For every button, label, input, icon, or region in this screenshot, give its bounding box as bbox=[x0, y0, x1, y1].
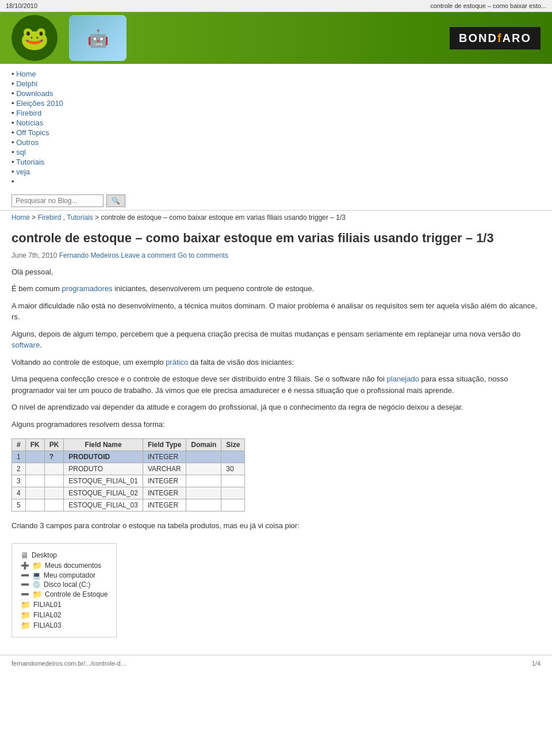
nav-link-outros[interactable]: Outros bbox=[16, 138, 39, 147]
main-content: controle de estoque – como baixar estoqu… bbox=[0, 224, 552, 655]
col-fk: FK bbox=[25, 439, 44, 451]
article-body: Olá pessoal, É bem comum programadores i… bbox=[12, 266, 540, 643]
browser-chrome: 18/10/2010 controle de estoque – como ba… bbox=[0, 0, 552, 12]
link-planejado[interactable]: planejado bbox=[387, 375, 419, 383]
table-row: 5ESTOQUE_FILIAL_03INTEGER bbox=[12, 499, 245, 511]
page-footer: fernandomedeiros.com.br/.../controle-d..… bbox=[0, 655, 552, 671]
col-hash: # bbox=[12, 439, 26, 451]
col-fieldtype: Field Type bbox=[143, 439, 186, 451]
para-6: O nível de aprendizado vai depender da a… bbox=[12, 402, 540, 413]
footer-page: 1/4 bbox=[532, 660, 540, 667]
nav-item-outros[interactable]: Outros bbox=[12, 138, 540, 147]
folder-filial03-icon: 📁 bbox=[21, 621, 30, 630]
col-domain: Domain bbox=[186, 439, 221, 451]
nav-item-sql[interactable]: sql bbox=[12, 148, 540, 156]
folder-controle-icon: 📁 bbox=[32, 590, 42, 599]
go-to-comments-link[interactable]: Go to comments bbox=[178, 251, 228, 259]
site-header: 🐸 🤖 BONDfARO Home Delphi Downloads Eleiç… bbox=[0, 12, 552, 211]
nav-link-sql[interactable]: sql bbox=[16, 148, 26, 156]
nav-item-firebird[interactable]: Firebird bbox=[12, 109, 540, 117]
nav-link-firebird[interactable]: Firebird bbox=[16, 109, 41, 117]
nav-link-veja[interactable]: veja bbox=[16, 167, 30, 176]
nav-item-delphi[interactable]: Delphi bbox=[12, 79, 540, 88]
breadcrumb-tutoriais[interactable]: Tutoriais bbox=[67, 213, 93, 222]
folder-filial01-icon: 📁 bbox=[21, 600, 30, 609]
breadcrumb-current: controle de estoque – como baixar estoqu… bbox=[101, 213, 346, 222]
site-nav: Home Delphi Downloads Eleições 2010 Fire… bbox=[0, 64, 552, 192]
database-table: # FK PK Field Name Field Type Domain Siz… bbox=[12, 438, 245, 511]
minus-icon-2: ➖ bbox=[21, 581, 29, 589]
link-pratico[interactable]: prático bbox=[166, 358, 188, 366]
nav-item-veja[interactable]: veja bbox=[12, 167, 540, 176]
meta-author-link[interactable]: Fernando Medeiros bbox=[59, 251, 119, 259]
col-size: Size bbox=[221, 439, 245, 451]
minus-icon-3: ➖ bbox=[21, 590, 29, 598]
tree-filial02: 📁 FILIAL02 bbox=[21, 610, 108, 620]
para-5: Uma pequena confecção cresce e o control… bbox=[12, 373, 540, 396]
para-2: A maior dificuldade não está no desenvol… bbox=[12, 300, 540, 323]
nav-item-eleicoes[interactable]: Eleições 2010 bbox=[12, 99, 540, 108]
tree-meus-documentos: ➕ 📁 Meus documentos bbox=[21, 561, 108, 570]
para-1: É bem comum programadores iniciantes, de… bbox=[12, 283, 540, 295]
browser-title: controle de estoque – como baixar esto..… bbox=[430, 2, 546, 9]
para-3: Alguns, depois de algum tempo, percebem … bbox=[12, 329, 540, 351]
table-row: 4ESTOQUE_FILIAL_02INTEGER bbox=[12, 487, 245, 499]
nav-item-home[interactable]: Home bbox=[12, 70, 540, 78]
minus-icon: ➖ bbox=[21, 571, 29, 579]
header-banner: 🐸 🤖 BONDfARO bbox=[0, 12, 552, 64]
nav-link-home[interactable]: Home bbox=[16, 70, 36, 78]
computer-icon: 💻 bbox=[32, 571, 41, 579]
nav-link-offtopics[interactable]: Off Topics bbox=[16, 128, 49, 137]
nav-item-downloads[interactable]: Downloads bbox=[12, 89, 540, 98]
folder-meus-documentos-icon: 📁 bbox=[32, 561, 42, 570]
folder-filial02-icon: 📁 bbox=[21, 610, 30, 620]
para-7: Alguns programadores resolvem dessa form… bbox=[12, 419, 540, 430]
search-button[interactable]: 🔍 bbox=[106, 194, 125, 207]
bondfaro-brand: BONDfARO bbox=[450, 27, 540, 49]
col-pk: PK bbox=[44, 439, 64, 451]
tree-meu-computador: ➖ 💻 Meu computador bbox=[21, 571, 108, 579]
breadcrumb-firebird[interactable]: Firebird bbox=[38, 213, 62, 222]
link-software[interactable]: software bbox=[12, 341, 40, 349]
browser-date: 18/10/2010 bbox=[6, 2, 37, 9]
nav-link-delphi[interactable]: Delphi bbox=[16, 79, 37, 88]
table-row: 2PRODUTOVARCHAR30 bbox=[12, 463, 245, 475]
meta-date: June 7th, 2010 bbox=[12, 251, 57, 259]
table-row: 3ESTOQUE_FILIAL_01INTEGER bbox=[12, 475, 245, 487]
para-0: Olá pessoal, bbox=[12, 266, 540, 278]
tree-controle-estoque: ➖ 📁 Controle de Estoque bbox=[21, 590, 108, 599]
table-row: 1?PRODUTOIDINTEGER bbox=[12, 451, 245, 463]
search-input[interactable] bbox=[12, 194, 103, 207]
col-fieldname: Field Name bbox=[64, 439, 143, 451]
breadcrumb: Home > Firebird , Tutoriais > controle d… bbox=[0, 211, 552, 224]
nav-link-tutoriais[interactable]: Tutoriais bbox=[16, 158, 44, 166]
table-caption: Criando 3 campos para controlar o estoqu… bbox=[12, 520, 540, 532]
article-title: controle de estoque – como baixar estoqu… bbox=[12, 230, 540, 247]
file-tree: 🖥 Desktop ➕ 📁 Meus documentos ➖ 💻 Meu co… bbox=[12, 543, 117, 637]
frog-logo-icon: 🐸 bbox=[12, 15, 57, 61]
tree-disco-local: ➖ 💿 Disco local (C:) bbox=[21, 581, 108, 589]
leave-comment-link[interactable]: Leave a comment bbox=[121, 251, 175, 259]
nav-item-offtopics[interactable]: Off Topics bbox=[12, 128, 540, 137]
disk-icon: 💿 bbox=[32, 581, 41, 589]
search-area: 🔍 bbox=[0, 192, 552, 210]
robot-icon: 🤖 bbox=[69, 15, 126, 61]
nav-item-tutoriais[interactable]: Tutoriais bbox=[12, 158, 540, 166]
breadcrumb-home[interactable]: Home bbox=[12, 213, 30, 222]
monitor-icon: 🖥 bbox=[21, 551, 29, 560]
tree-desktop: 🖥 Desktop bbox=[21, 551, 108, 560]
nav-item-noticias[interactable]: Notícias bbox=[12, 119, 540, 127]
nav-link-eleicoes[interactable]: Eleições 2010 bbox=[16, 99, 63, 108]
footer-url: fernandomedeiros.com.br/.../controle-d..… bbox=[12, 660, 126, 667]
nav-link-noticias[interactable]: Notícias bbox=[16, 119, 43, 127]
link-programadores[interactable]: programadores bbox=[62, 284, 112, 293]
post-meta: June 7th, 2010 Fernando Medeiros Leave a… bbox=[12, 251, 540, 259]
plus-icon: ➕ bbox=[21, 562, 29, 570]
nav-item-empty bbox=[12, 177, 540, 186]
para-4: Voltando ao controle de estoque, um exem… bbox=[12, 357, 540, 368]
tree-filial01: 📁 FILIAL01 bbox=[21, 600, 108, 609]
table-header-row: # FK PK Field Name Field Type Domain Siz… bbox=[12, 439, 245, 451]
nav-link-downloads[interactable]: Downloads bbox=[16, 89, 53, 98]
tree-filial03: 📁 FILIAL03 bbox=[21, 621, 108, 630]
